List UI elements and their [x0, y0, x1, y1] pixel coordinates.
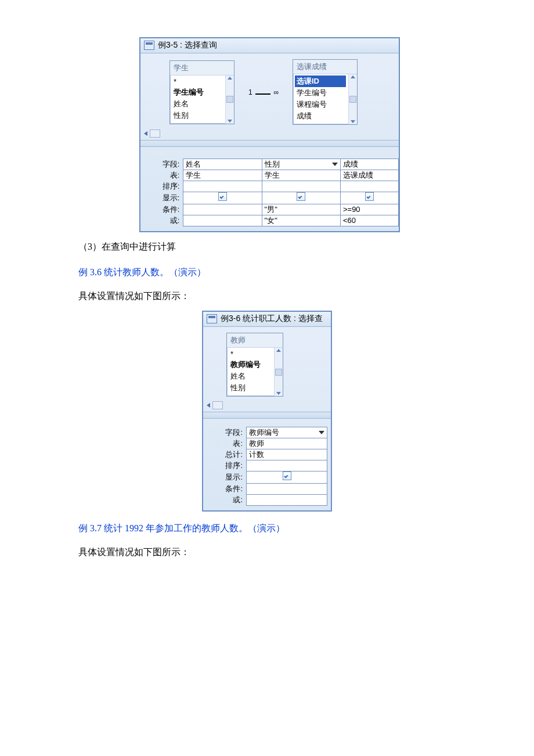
grid-cell[interactable]: 姓名 — [183, 159, 262, 170]
grid-cell[interactable]: 选课成绩 — [340, 170, 398, 181]
paragraph: 具体设置情况如下图所示： — [78, 543, 456, 561]
grid-cell[interactable] — [340, 181, 398, 192]
row-label-total: 总计: — [209, 449, 247, 460]
scroll-left-icon[interactable] — [207, 403, 210, 408]
splitter[interactable] — [140, 140, 399, 147]
query-icon — [144, 41, 154, 50]
grid-cell[interactable]: 教师 — [247, 438, 327, 449]
grid-cell[interactable] — [340, 192, 398, 204]
scroll-up-icon[interactable] — [228, 77, 232, 80]
table-box-teacher[interactable]: 教师 * 教师编号 姓名 性别 — [226, 333, 283, 397]
dropdown-arrow-icon[interactable] — [319, 431, 324, 434]
row-label-sort: 排序: — [146, 181, 183, 192]
grid-cell[interactable]: 性别 — [262, 159, 340, 170]
field-item[interactable]: 性别 — [174, 110, 223, 121]
row-label-show: 显示: — [146, 192, 183, 204]
relationship-line: 1 ∞ — [248, 88, 279, 96]
grid-cell-value: 教师编号 — [249, 427, 279, 438]
row-label-or: 或: — [146, 215, 183, 226]
show-checkbox[interactable] — [365, 192, 374, 201]
grid-cell[interactable] — [183, 204, 262, 215]
scroll-left-icon[interactable] — [144, 131, 147, 136]
grid-cell-value: 性别 — [265, 159, 280, 170]
example-heading: 例 3.7 统计 1992 年参加工作的教师人数。（演示） — [78, 520, 456, 537]
field-item[interactable]: 选课ID — [295, 75, 346, 87]
field-list[interactable]: * 教师编号 姓名 性别 — [227, 348, 274, 396]
scroll-down-icon[interactable] — [228, 120, 232, 123]
field-item[interactable]: 性别 — [230, 382, 272, 394]
row-label-or: 或: — [209, 495, 247, 506]
field-item[interactable]: 姓名 — [174, 98, 223, 110]
window-title: 例3-6 统计职工人数 : 选择查 — [221, 314, 323, 324]
paragraph: 具体设置情况如下图所示： — [78, 287, 456, 305]
grid-cell[interactable]: "男" — [262, 204, 340, 215]
window-title-bar: 例3-5 : 选择查询 — [140, 38, 399, 53]
design-grid: 字段: 姓名 性别 成绩 表: 学生 学生 — [140, 147, 399, 231]
splitter[interactable] — [203, 412, 331, 419]
grid-cell[interactable] — [183, 192, 262, 204]
grid-cell[interactable]: 教师编号 — [247, 427, 327, 438]
scrollbar-vertical[interactable] — [348, 74, 357, 124]
scrollbar-vertical[interactable] — [274, 348, 283, 396]
scroll-thumb[interactable] — [275, 369, 282, 376]
table-box-student[interactable]: 学生 * 学生编号 姓名 性别 — [169, 60, 234, 124]
grid-cell[interactable] — [183, 215, 262, 226]
row-label-field: 字段: — [209, 427, 247, 438]
query-icon — [207, 314, 217, 323]
grid-cell[interactable]: 学生 — [262, 170, 340, 181]
relationship-pane: 教师 * 教师编号 姓名 性别 — [203, 327, 331, 400]
field-list[interactable]: 选课ID 学生编号 课程编号 成绩 — [293, 74, 348, 124]
scroll-thumb[interactable] — [150, 129, 160, 138]
field-item[interactable]: 学生编号 — [297, 87, 346, 99]
scrollbar-horizontal[interactable] — [140, 128, 399, 140]
grid-cell[interactable]: 学生 — [183, 170, 262, 181]
grid-cell[interactable]: 成绩 — [340, 159, 398, 170]
scroll-up-icon[interactable] — [351, 75, 355, 78]
relation-right: ∞ — [273, 88, 279, 96]
show-checkbox[interactable] — [297, 192, 305, 201]
grid-cell[interactable] — [247, 495, 327, 506]
scrollbar-horizontal[interactable] — [203, 400, 331, 412]
dropdown-arrow-icon[interactable] — [332, 163, 338, 166]
row-label-table: 表: — [146, 170, 183, 181]
window-title: 例3-5 : 选择查询 — [158, 40, 217, 51]
show-checkbox[interactable] — [218, 192, 227, 201]
field-item[interactable]: * — [230, 349, 272, 359]
field-item[interactable]: * — [174, 77, 223, 87]
row-label-field: 字段: — [146, 159, 183, 170]
field-item[interactable]: 学生编号 — [174, 87, 223, 98]
field-item[interactable]: 课程编号 — [297, 99, 346, 110]
figure-3-6: 例3-6 统计职工人数 : 选择查 教师 * 教师编号 姓名 性别 — [78, 311, 456, 512]
design-grid: 字段: 教师编号 表: 教师 总计: — [203, 419, 331, 510]
grid-cell[interactable] — [262, 181, 340, 192]
grid-cell[interactable] — [262, 192, 340, 204]
table-title: 学生 — [170, 61, 234, 75]
scroll-thumb[interactable] — [212, 401, 223, 409]
field-list[interactable]: * 学生编号 姓名 性别 — [170, 75, 225, 124]
grid-cell[interactable]: >=90 — [340, 204, 398, 215]
scroll-down-icon[interactable] — [351, 120, 355, 123]
scrollbar-vertical[interactable] — [225, 75, 234, 124]
row-label-show: 显示: — [209, 471, 247, 484]
scroll-thumb[interactable] — [226, 96, 233, 103]
scroll-up-icon[interactable] — [276, 349, 281, 352]
row-label-criteria: 条件: — [209, 484, 247, 495]
grid-cell[interactable] — [247, 484, 327, 495]
table-box-course[interactable]: 选课成绩 选课ID 学生编号 课程编号 成绩 — [293, 59, 358, 125]
show-checkbox[interactable] — [283, 471, 291, 480]
row-label-table: 表: — [209, 438, 247, 449]
scroll-thumb[interactable] — [349, 96, 356, 103]
field-item[interactable]: 教师编号 — [230, 359, 272, 370]
relation-left: 1 — [248, 88, 252, 96]
field-item[interactable]: 姓名 — [230, 370, 272, 382]
grid-cell[interactable] — [247, 471, 327, 484]
window-title-bar: 例3-6 统计职工人数 : 选择查 — [203, 312, 331, 327]
grid-cell[interactable] — [247, 460, 327, 471]
grid-cell[interactable] — [183, 181, 262, 192]
scroll-down-icon[interactable] — [276, 392, 281, 395]
grid-cell[interactable]: 计数 — [247, 449, 327, 460]
grid-cell[interactable]: "女" — [262, 215, 340, 226]
grid-cell[interactable]: <60 — [340, 215, 398, 226]
figure-3-5: 例3-5 : 选择查询 学生 * 学生编号 姓名 性别 — [78, 37, 456, 232]
field-item[interactable]: 成绩 — [297, 110, 346, 122]
